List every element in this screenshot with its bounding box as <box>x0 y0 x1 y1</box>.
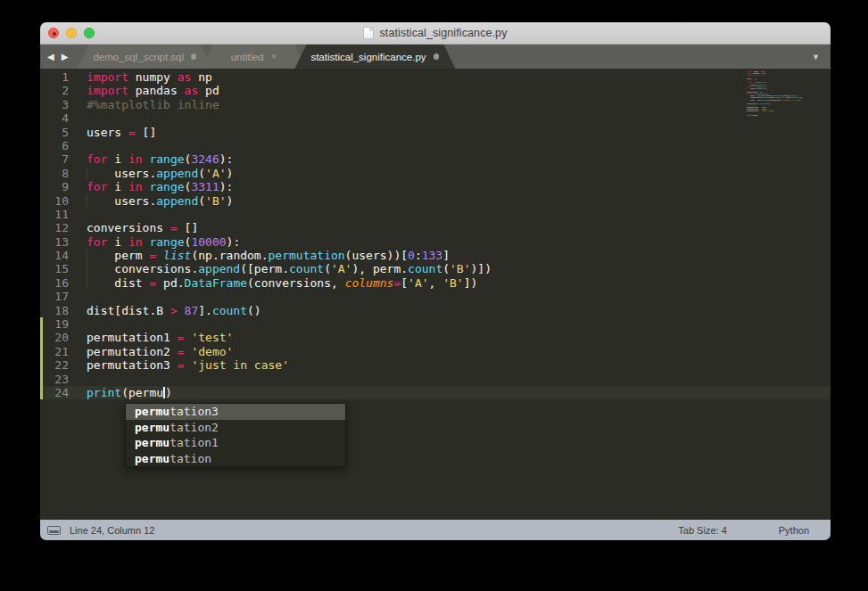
code-line[interactable]: 5users = [] <box>40 126 831 139</box>
code-text: for i in range(10000): <box>87 235 240 249</box>
match-suffix: tation2 <box>169 421 219 434</box>
status-bar: Line 24, Column 12 Tab Size: 4 Python <box>40 520 831 540</box>
code-text: for i in range(3246): <box>87 152 233 166</box>
match-suffix: tation3 <box>169 405 219 418</box>
line-number: 13 <box>43 235 69 249</box>
line-number: 10 <box>43 194 69 208</box>
code-line[interactable]: 1import numpy as np <box>40 70 831 84</box>
code-line[interactable]: 24print(permu) <box>40 386 831 399</box>
line-number: 6 <box>43 139 69 152</box>
code-line[interactable]: 17 <box>40 290 831 303</box>
autocomplete-item-permutation[interactable]: permutation <box>126 451 345 467</box>
tab-forward-button[interactable]: ▶ <box>62 52 69 62</box>
tab-close-icon[interactable]: × <box>271 52 277 62</box>
line-number: 20 <box>43 331 69 344</box>
code-text: users.append('A') <box>87 167 233 180</box>
code-text: users.append('B') <box>87 194 233 208</box>
code-text: conversions = [] <box>87 221 198 234</box>
minimize-button[interactable] <box>66 28 77 38</box>
line-number: 5 <box>43 126 69 139</box>
line-number: 19 <box>43 317 69 331</box>
minimap[interactable]: import numpy as npimport pandas as pd#%m… <box>747 70 806 120</box>
line-number: 18 <box>43 304 69 317</box>
tab-statistical-significance-py[interactable]: statistical_significance.py <box>294 45 455 69</box>
code-area: 1import numpy as np2import pandas as pd3… <box>40 70 831 399</box>
code-line[interactable]: 14 perm = list(np.random.permutation(use… <box>40 249 831 262</box>
modified-dot-icon <box>434 53 440 60</box>
code-line[interactable]: 18dist[dist.B > 87].count() <box>40 304 831 317</box>
code-line[interactable]: 16 dist = pd.DataFrame(conversions, colu… <box>40 276 831 290</box>
code-line[interactable]: 10 users.append('B') <box>40 194 831 208</box>
match-prefix: permu <box>135 421 169 434</box>
code-line[interactable]: 9for i in range(3311): <box>40 180 831 193</box>
code-line[interactable]: 21permutation2 = 'demo' <box>40 345 831 358</box>
code-line[interactable]: 6 <box>40 139 831 152</box>
code-text: permutation1 = 'test' <box>87 331 233 344</box>
tab-label: statistical_significance.py <box>310 52 426 62</box>
code-text: dist = pd.DataFrame(conversions, columns… <box>87 276 477 290</box>
line-number: 11 <box>43 208 69 221</box>
code-line[interactable]: 22permutation3 = 'just in case' <box>40 358 831 372</box>
zoom-button[interactable] <box>84 28 95 38</box>
traffic-lights <box>48 28 95 38</box>
match-prefix: permu <box>135 452 169 465</box>
code-line[interactable]: 23 <box>40 373 831 386</box>
line-number: 22 <box>43 358 69 372</box>
close-button[interactable] <box>48 28 59 38</box>
code-line[interactable]: 8 users.append('A') <box>40 167 831 180</box>
code-text: dist[dist.B > 87].count() <box>87 304 261 317</box>
modified-dot-icon <box>191 53 196 60</box>
autocomplete-popup: permutation3permutation2permutation1perm… <box>125 403 346 467</box>
tab-overflow-button[interactable]: ▼ <box>812 45 820 69</box>
code-line[interactable]: 13for i in range(10000): <box>40 235 831 249</box>
code-text: permutation3 = 'just in case' <box>87 358 289 372</box>
autocomplete-item-permutation3[interactable]: permutation3 <box>126 404 345 420</box>
tab-label: demo_sql_script.sql <box>93 52 184 62</box>
code-line[interactable]: 20permutation1 = 'test' <box>40 331 831 344</box>
window-title: statistical_significance.py <box>379 27 507 39</box>
document-icon <box>363 27 374 39</box>
line-number: 2 <box>43 84 69 97</box>
autocomplete-item-permutation2[interactable]: permutation2 <box>126 420 345 436</box>
tab-demo-sql-script-sql[interactable]: demo_sql_script.sql <box>77 45 212 69</box>
code-text: print(permu) <box>747 114 758 116</box>
code-text: perm = list(np.random.permutation(users)… <box>87 249 450 262</box>
line-number: 7 <box>43 152 69 166</box>
code-line[interactable]: 3#%matplotlib inline <box>40 98 831 111</box>
code-line[interactable]: 7for i in range(3246): <box>40 152 831 166</box>
line-number: 23 <box>43 373 69 386</box>
cursor-position[interactable]: Line 24, Column 12 <box>70 525 154 536</box>
tab-size-indicator[interactable]: Tab Size: 4 <box>678 525 726 536</box>
line-number: 21 <box>43 345 69 358</box>
line-number: 24 <box>43 386 69 399</box>
line-number: 3 <box>43 98 69 111</box>
match-suffix: tation1 <box>169 436 219 449</box>
line-number: 14 <box>43 249 69 262</box>
code-text: for i in range(3311): <box>87 180 233 193</box>
autocomplete-item-permutation1[interactable]: permutation1 <box>126 435 345 451</box>
line-number: 12 <box>43 221 69 234</box>
syntax-indicator[interactable]: Python <box>779 525 809 536</box>
code-text: import numpy as np <box>87 70 212 84</box>
code-text: conversions.append([perm.count('A'), per… <box>87 262 492 275</box>
tab-back-button[interactable]: ◀ <box>47 52 54 62</box>
line-number: 8 <box>43 167 69 180</box>
window-titlebar[interactable]: statistical_significance.py <box>40 22 831 45</box>
code-line[interactable]: 2import pandas as pd <box>40 84 831 97</box>
line-number: 9 <box>43 180 69 193</box>
match-prefix: permu <box>135 405 169 418</box>
match-suffix: tation <box>169 452 211 465</box>
code-line[interactable]: 4 <box>40 111 831 125</box>
code-line[interactable]: 15 conversions.append([perm.count('A'), … <box>40 262 831 275</box>
panel-toggle-icon[interactable] <box>47 526 61 535</box>
code-line[interactable]: 12conversions = [] <box>40 221 831 234</box>
tab-untitled[interactable]: untitled× <box>201 45 306 69</box>
code-line[interactable]: 11 <box>40 208 831 221</box>
tab-bar: ◀ ▶ demo_sql_script.sqluntitled×statisti… <box>40 45 831 69</box>
code-line[interactable]: 19 <box>40 317 831 331</box>
app-window: statistical_significance.py ◀ ▶ demo_sql… <box>40 22 831 540</box>
code-text: #%matplotlib inline <box>87 98 219 111</box>
line-number: 4 <box>43 111 69 125</box>
editor-pane[interactable]: 1import numpy as np2import pandas as pd3… <box>40 69 831 520</box>
line-number: 15 <box>43 262 69 275</box>
